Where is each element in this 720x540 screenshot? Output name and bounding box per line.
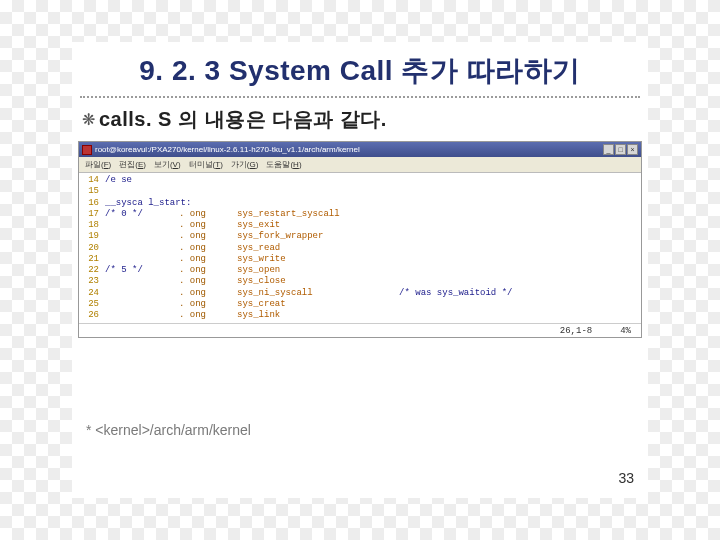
bullet-icon: ❋ [82, 110, 95, 129]
close-button[interactable]: × [627, 144, 638, 155]
statusbar: 26,1-8 4% [79, 323, 641, 337]
terminal-icon [82, 145, 92, 155]
status-percent: 4% [620, 326, 631, 336]
menu-item[interactable]: 편집(E) [119, 159, 146, 170]
code-line: 16__sysca l_start: [79, 198, 641, 209]
maximize-button[interactable]: □ [615, 144, 626, 155]
menu-item[interactable]: 보기(V) [154, 159, 181, 170]
menu-item[interactable]: 가기(G) [231, 159, 259, 170]
subtitle-row: ❋ calls. S 의 내용은 다음과 같다. [72, 106, 648, 133]
titlebar-title: root@koreavui:/PXA270/kernel/linux-2.6.1… [95, 145, 360, 154]
slide: 9. 2. 3 System Call 추가 따라하기 ❋ calls. S 의… [72, 42, 648, 498]
menu-item[interactable]: 터미널(T) [189, 159, 223, 170]
code-line: 14/e se [79, 175, 641, 186]
code-line: 24. ongsys_ni_syscall /* was sys_waitoid… [79, 288, 641, 299]
menubar: 파일(F)편집(E)보기(V)터미널(T)가기(G)도움말(H) [79, 157, 641, 173]
code-line: 21. ongsys_write [79, 254, 641, 265]
terminal-window: root@koreavui:/PXA270/kernel/linux-2.6.1… [78, 141, 642, 338]
code-line: 25. ongsys_creat [79, 299, 641, 310]
window-buttons: _ □ × [603, 144, 638, 155]
code-line: 15 [79, 186, 641, 197]
slide-title: 9. 2. 3 System Call 추가 따라하기 [72, 42, 648, 96]
code-line: 23. ongsys_close [79, 276, 641, 287]
page-number: 33 [618, 470, 634, 486]
footnote: * <kernel>/arch/arm/kernel [86, 422, 251, 438]
code-line: 17/* 0 */. ongsys_restart_syscall [79, 209, 641, 220]
code-area: 14/e se1516__sysca l_start:17/* 0 */. on… [79, 173, 641, 323]
titlebar: root@koreavui:/PXA270/kernel/linux-2.6.1… [79, 142, 641, 157]
menu-item[interactable]: 도움말(H) [266, 159, 301, 170]
code-line: 20. ongsys_read [79, 243, 641, 254]
menu-item[interactable]: 파일(F) [85, 159, 111, 170]
divider [80, 96, 640, 98]
subtitle: calls. S 의 내용은 다음과 같다. [99, 106, 387, 133]
code-line: 18. ongsys_exit [79, 220, 641, 231]
minimize-button[interactable]: _ [603, 144, 614, 155]
status-position: 26,1-8 [560, 326, 592, 336]
code-line: 26. ongsys_link [79, 310, 641, 321]
code-line: 19. ongsys_fork_wrapper [79, 231, 641, 242]
code-line: 22/* 5 */. ongsys_open [79, 265, 641, 276]
